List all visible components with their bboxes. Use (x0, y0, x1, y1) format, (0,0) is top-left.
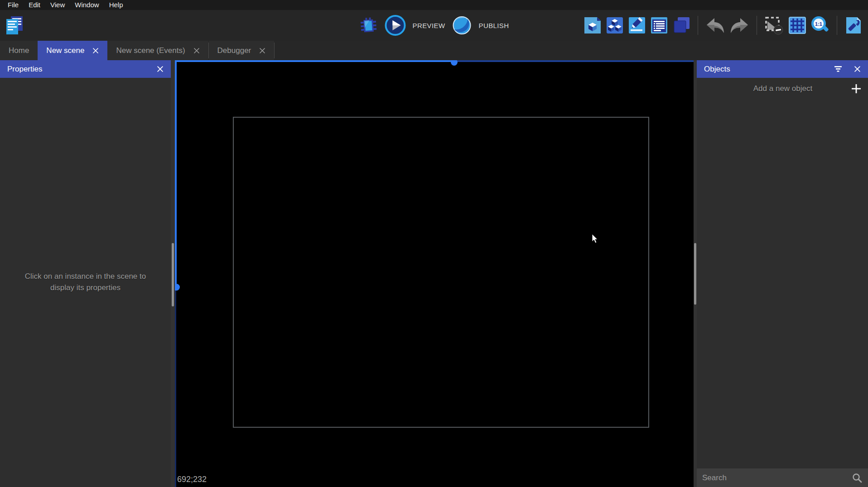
menu-window[interactable]: Window (70, 0, 104, 10)
menu-file[interactable]: File (3, 0, 24, 10)
tab-new-scene-events[interactable]: New scene (Events) (107, 41, 208, 60)
filter-icon (834, 66, 842, 72)
close-properties-button[interactable] (157, 66, 164, 72)
selection-edge-left-far (175, 287, 176, 487)
filter-objects-button[interactable] (834, 66, 842, 72)
objects-panel-title: Objects (704, 65, 730, 74)
menu-help[interactable]: Help (104, 0, 128, 10)
menu-view[interactable]: View (45, 0, 70, 10)
grid-button[interactable] (788, 16, 806, 34)
tab-label: New scene (Events) (116, 46, 185, 55)
scrollbar-thumb[interactable] (694, 243, 696, 305)
add-object-row[interactable]: Add a new object (697, 78, 868, 99)
close-icon (92, 48, 99, 54)
selection-remove-icon (764, 16, 784, 35)
scene-canvas[interactable]: 692;232 (175, 60, 694, 487)
play-icon (385, 14, 406, 36)
plus-icon (851, 83, 862, 94)
objects-search-bar (697, 468, 868, 487)
close-tab-button[interactable] (92, 48, 99, 54)
publish-sphere-icon (451, 15, 472, 36)
close-icon (854, 66, 861, 72)
toolbar-separator (757, 16, 757, 35)
close-objects-button[interactable] (854, 66, 861, 72)
tab-label: Debugger (217, 46, 251, 55)
editor-tab-bar: Home New scene New scene (Events) Debugg… (0, 41, 868, 60)
list-icon (650, 16, 668, 34)
instances-list-button[interactable] (650, 16, 668, 34)
selection-edge-top (175, 60, 455, 62)
edit-scene-button[interactable] (628, 16, 646, 34)
tab-label: New scene (46, 46, 84, 55)
preview-button[interactable] (385, 14, 406, 36)
publish-label[interactable]: PUBLISH (478, 22, 509, 29)
objects-panel: Objects (697, 60, 868, 487)
zoom-1-1-icon: 1:1 (810, 16, 829, 35)
scene-properties-button[interactable] (583, 16, 602, 34)
canvas-right-scrollbar[interactable] (694, 60, 697, 487)
selection-handle-left[interactable] (175, 284, 180, 291)
project-manager-icon (5, 15, 24, 35)
menu-bar: File Edit View Window Help (0, 0, 868, 10)
add-object-label: Add a new object (703, 84, 851, 93)
properties-panel-title: Properties (7, 65, 42, 74)
close-tab-button[interactable] (259, 48, 265, 54)
redo-button[interactable] (729, 16, 749, 34)
mouse-coordinates-label: 692;232 (177, 475, 207, 484)
debug-button[interactable] (359, 16, 378, 35)
objects-search-input[interactable] (702, 473, 852, 482)
mouse-cursor-icon (592, 234, 599, 245)
close-tab-button[interactable] (193, 48, 200, 54)
main-toolbar: PREVIEW PUBLISH (0, 10, 868, 41)
debug-bug-icon (359, 16, 378, 35)
grid-icon (788, 16, 806, 34)
canvas-left-scrollbar[interactable] (171, 60, 175, 487)
properties-empty-hint: Click on an instance in the scene to dis… (18, 271, 154, 293)
close-icon (157, 66, 164, 72)
zoom-original-button[interactable]: 1:1 (810, 16, 829, 35)
gdevelop-window: File Edit View Window Help (0, 0, 868, 487)
properties-panel: Properties Click on an instance in the s… (0, 60, 171, 487)
pencil-icon (628, 16, 646, 34)
toolbar-right-group: 1:1 (583, 16, 863, 35)
undo-icon (705, 16, 725, 34)
selection-edge-left (175, 60, 177, 287)
clear-selection-button[interactable] (764, 16, 784, 35)
tab-new-scene[interactable]: New scene (38, 41, 107, 60)
properties-panel-header: Properties (0, 60, 171, 78)
tab-debugger[interactable]: Debugger (209, 41, 275, 60)
objects-panel-button[interactable] (606, 16, 624, 34)
toolbar-separator (698, 16, 698, 35)
search-icon (852, 473, 863, 483)
tab-divider (274, 43, 275, 58)
game-window-frame (233, 117, 649, 428)
scrollbar-thumb[interactable] (172, 243, 174, 306)
redo-icon (729, 16, 749, 34)
layers-button[interactable] (672, 16, 690, 34)
publish-button[interactable] (451, 15, 472, 36)
tab-home[interactable]: Home (0, 41, 38, 60)
close-icon (259, 48, 265, 54)
toolbar-center-group: PREVIEW PUBLISH (359, 10, 509, 41)
preview-label[interactable]: PREVIEW (413, 22, 445, 29)
setup-grid-button[interactable] (844, 16, 863, 34)
close-icon (193, 48, 200, 54)
selection-handle-top[interactable] (451, 60, 458, 66)
scene-properties-icon (583, 16, 602, 34)
layers-icon (672, 16, 690, 34)
tab-label: Home (9, 46, 29, 55)
undo-button[interactable] (705, 16, 725, 34)
add-object-button[interactable] (851, 83, 862, 94)
objects-panel-header: Objects (697, 60, 868, 78)
svg-text:1:1: 1:1 (815, 21, 822, 27)
toolbar-separator (837, 16, 837, 35)
objects-cubes-icon (606, 16, 624, 34)
menu-edit[interactable]: Edit (24, 0, 45, 10)
wrench-document-icon (844, 16, 863, 34)
project-manager-button[interactable] (3, 15, 26, 35)
